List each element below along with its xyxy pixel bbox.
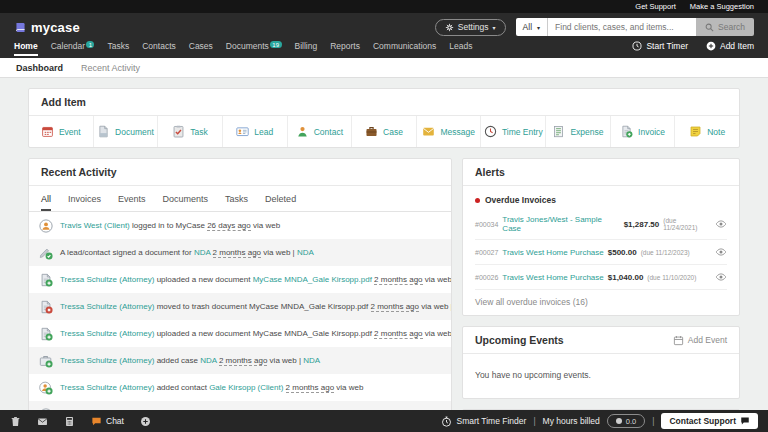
recent-activity-panel: Recent Activity AllInvoicesEventsDocumen…	[28, 158, 452, 421]
timer-value: 0.0	[626, 417, 636, 426]
add-item-document-button[interactable]: Document	[94, 116, 159, 147]
activity-plain-text: A lead/contact signed a document for	[60, 248, 194, 257]
eye-icon[interactable]	[715, 246, 727, 258]
app-header: mycase Settings ▾ All ▾ Search	[0, 13, 768, 41]
add-item-expense-button[interactable]: Expense	[546, 116, 611, 147]
nav-item-calendar[interactable]: Calendar1	[51, 41, 95, 56]
add-item-label: Expense	[570, 127, 603, 137]
activity-timestamp[interactable]: 2 months ago	[219, 356, 267, 366]
activity-plain-text: via web |	[423, 275, 451, 284]
invoice-due-date: (due 11/10/2020)	[647, 274, 696, 281]
activity-tab-documents[interactable]: Documents	[163, 194, 209, 211]
add-item-message-button[interactable]: Message	[417, 116, 482, 147]
nav-item-cases[interactable]: Cases	[189, 41, 213, 56]
add-item-button[interactable]: Add Item	[706, 41, 754, 51]
trash-icon[interactable]	[10, 416, 21, 427]
tab-recent-activity[interactable]: Recent Activity	[81, 63, 140, 73]
settings-button[interactable]: Settings ▾	[435, 19, 506, 36]
smart-time-finder-button[interactable]: Smart Time Finder	[441, 416, 526, 427]
invoice-due-date: (due 11/24/2021)	[663, 217, 711, 231]
add-event-button[interactable]: Add Event	[673, 335, 727, 346]
plus-circle-icon	[706, 41, 716, 51]
contact-support-button[interactable]: Contact Support	[661, 413, 758, 429]
activity-tab-deleted[interactable]: Deleted	[265, 194, 296, 211]
activity-text: Tressa Schultze (Attorney) moved to tras…	[60, 302, 451, 311]
activity-timestamp[interactable]: 26 days ago	[207, 221, 251, 231]
nav-item-label: Reports	[330, 41, 360, 51]
nav-item-billing[interactable]: Billing	[295, 41, 318, 56]
activity-tab-all[interactable]: All	[41, 194, 51, 211]
activity-timestamp[interactable]: 2 months ago	[374, 275, 422, 285]
activity-list: Travis West (Client) logged in to MyCase…	[29, 212, 451, 421]
add-item-lead-button[interactable]: Lead	[223, 116, 288, 147]
activity-timestamp[interactable]: 2 months ago	[371, 302, 419, 312]
add-item-case-button[interactable]: Case	[352, 116, 417, 147]
activity-link[interactable]: Tressa Schultze (Attorney)	[60, 356, 154, 365]
add-item-event-button[interactable]: Event	[29, 116, 94, 147]
nav-item-home[interactable]: Home	[14, 41, 38, 56]
envelope-icon[interactable]	[37, 416, 48, 427]
view-all-overdue-link[interactable]: View all overdue invoices (16)	[475, 290, 588, 309]
activity-tab-invoices[interactable]: Invoices	[68, 194, 101, 211]
activity-link[interactable]: NDA	[200, 356, 216, 365]
clock-icon	[632, 41, 642, 51]
plus-circle-icon[interactable]	[140, 416, 151, 427]
activity-timestamp[interactable]: 2 months ago	[213, 248, 261, 258]
red-dot-icon	[475, 198, 480, 203]
nav-item-documents[interactable]: Documents19	[226, 41, 282, 56]
activity-link[interactable]: MyCase MNDA_Gale Kirsopp.pdf	[253, 275, 372, 284]
get-support-link[interactable]: Get Support	[635, 2, 675, 11]
add-item-note-button[interactable]: Note	[675, 116, 739, 147]
activity-timestamp[interactable]: 2 months ago	[286, 383, 334, 393]
make-suggestion-link[interactable]: Make a Suggestion	[690, 2, 754, 11]
start-timer-button[interactable]: Start Timer	[632, 41, 688, 51]
activity-text: Tressa Schultze (Attorney) uploaded a ne…	[60, 275, 451, 284]
contact-added-icon	[39, 381, 53, 395]
nav-item-label: Calendar	[51, 41, 86, 51]
nav-item-contacts[interactable]: Contacts	[142, 41, 176, 56]
activity-link[interactable]: Tressa Schultze (Attorney)	[60, 329, 154, 338]
nav-item-leads[interactable]: Leads	[449, 41, 472, 56]
activity-link[interactable]: NDA	[194, 248, 210, 257]
invoice-amount: $1,040.00	[608, 273, 644, 282]
nav-item-reports[interactable]: Reports	[330, 41, 360, 56]
activity-plain-text: uploaded a new document	[154, 275, 252, 284]
eye-icon[interactable]	[715, 218, 727, 230]
activity-link[interactable]: NDA	[297, 248, 314, 257]
search-button[interactable]: Search	[696, 18, 754, 36]
activity-link[interactable]: NDA	[303, 356, 320, 365]
add-item-task-button[interactable]: Task	[158, 116, 223, 147]
activity-link[interactable]: Tressa Schultze (Attorney)	[60, 275, 154, 284]
tab-dashboard[interactable]: Dashboard	[16, 63, 63, 73]
invoice-name-link[interactable]: Travis Jones/West - Sample Case	[502, 215, 619, 233]
lead-icon	[236, 125, 249, 138]
add-item-label: Lead	[254, 127, 273, 137]
nav-item-communications[interactable]: Communications	[373, 41, 436, 56]
timer-pill[interactable]: 0.0	[607, 414, 645, 428]
activity-link[interactable]: Gale Kirsopp (Client)	[209, 383, 283, 392]
add-item-contact-button[interactable]: Contact	[288, 116, 353, 147]
activity-timestamp[interactable]: 2 months ago	[374, 329, 422, 339]
search-input[interactable]	[548, 18, 696, 36]
add-item-time-entry-button[interactable]: Time Entry	[481, 116, 546, 147]
activity-plain-text: uploaded a new document MyCase MNDA_Gale…	[154, 329, 374, 338]
smart-time-finder-label: Smart Time Finder	[456, 416, 526, 426]
activity-tab-tasks[interactable]: Tasks	[225, 194, 248, 211]
calculator-icon[interactable]	[64, 416, 75, 427]
invoice-amount: $1,287.50	[624, 220, 660, 229]
activity-link[interactable]: Travis West (Client)	[60, 221, 130, 230]
overdue-invoices-label: Overdue Invoices	[485, 195, 556, 205]
chat-button[interactable]: Chat	[91, 416, 124, 427]
search-scope-select[interactable]: All ▾	[516, 18, 548, 36]
activity-link[interactable]: Tressa Schultze (Attorney)	[60, 383, 154, 392]
activity-link[interactable]: Tressa Schultze (Attorney)	[60, 302, 154, 311]
nav-item-label: Billing	[295, 41, 318, 51]
activity-tab-events[interactable]: Events	[118, 194, 146, 211]
nav-item-tasks[interactable]: Tasks	[107, 41, 129, 56]
mycase-logo[interactable]: mycase	[14, 20, 80, 35]
invoice-number: #00026	[475, 274, 498, 281]
eye-icon[interactable]	[715, 271, 727, 283]
add-item-invoice-button[interactable]: Invoice	[611, 116, 676, 147]
invoice-name-link[interactable]: Travis West Home Purchase	[502, 273, 603, 282]
invoice-name-link[interactable]: Travis West Home Purchase	[502, 248, 603, 257]
